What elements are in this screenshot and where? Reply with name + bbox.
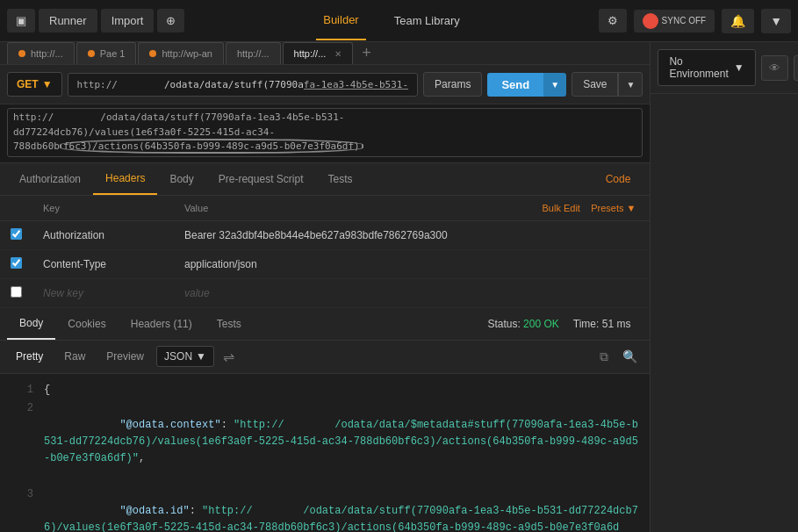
tab-close-button-4[interactable]: ✕ [334, 49, 341, 59]
new-icon: ⊕ [166, 14, 176, 27]
tab-label-3: http://... [237, 48, 270, 59]
save-button-group: Save ▼ [572, 72, 643, 97]
json-format-dropdown[interactable]: JSON ▼ [156, 346, 214, 367]
request-tab-3[interactable]: http://... [226, 42, 281, 64]
url-line1: http:// /odata/data/stuff(77090afa-1ea3-… [13, 111, 345, 123]
sync-indicator [643, 13, 658, 29]
json-text-3: "@odata.id": "http:// /odata/data/stuff(… [44, 486, 643, 532]
body-section: Body Cookies Headers (11) Tests Status: … [0, 308, 650, 533]
status-area: Status: 200 OK Time: 51 ms [475, 309, 643, 339]
req-tab-auth[interactable]: Authorization [7, 164, 93, 194]
tab-label-2: http://wp-an [162, 48, 212, 59]
params-button[interactable]: Params [423, 72, 482, 97]
json-text-1: { [44, 382, 50, 399]
add-tab-button[interactable]: + [355, 44, 378, 62]
req-tab-tests[interactable]: Tests [315, 164, 364, 194]
header-value-1[interactable]: application/json [174, 249, 650, 278]
settings-icon-button[interactable]: ⚙ [599, 9, 627, 32]
tab-team-library[interactable]: Team Library [387, 2, 467, 40]
right-env-panel: No Environment ▼ 👁 ⚙ [651, 42, 798, 532]
notification-button[interactable]: 🔔 [722, 9, 754, 33]
header-key-new[interactable]: New key [32, 278, 174, 307]
header-checkbox-0[interactable] [0, 220, 32, 249]
method-label: GET [17, 78, 39, 90]
settings-icon: ⚙ [607, 14, 618, 27]
env-chevron-icon: ▼ [734, 61, 744, 74]
req-tab-headers[interactable]: Headers [93, 163, 157, 195]
top-nav: ▣ Runner Import ⊕ Builder Team Library ⚙… [0, 0, 798, 42]
new-tab-button[interactable]: ⊕ [157, 9, 184, 32]
save-dropdown-button[interactable]: ▼ [618, 72, 643, 97]
url-line2: dd77224dcb76)/values(1e6f3a0f-5225-415d-… [13, 126, 275, 138]
sync-button[interactable]: SYNC OFF [634, 10, 715, 32]
bulk-edit-button[interactable]: Bulk Edit [542, 203, 579, 213]
format-tab-raw[interactable]: Raw [55, 347, 94, 366]
wrap-icon-button[interactable]: ⇌ [218, 347, 240, 367]
header-checkbox-new[interactable] [0, 278, 32, 307]
body-tab-tests[interactable]: Tests [205, 309, 254, 339]
send-button[interactable]: Send [487, 73, 543, 97]
format-tab-preview[interactable]: Preview [97, 347, 153, 366]
chevron-down-icon: ▼ [770, 14, 782, 28]
tab-builder[interactable]: Builder [316, 1, 365, 40]
toolbar-right: ⧉ 🔍 [594, 346, 643, 368]
body-toolbar: Pretty Raw Preview JSON ▼ ⇌ ⧉ 🔍 [0, 341, 650, 374]
environment-dropdown[interactable]: No Environment ▼ [658, 49, 755, 86]
body-tab-headers[interactable]: Headers (11) [119, 309, 205, 339]
send-dropdown-button[interactable]: ▼ [543, 73, 566, 97]
url-text: http:// /odata/data/stuff(77090afa-1ea3-… [77, 79, 409, 90]
tab-dot-1 [88, 50, 95, 57]
json-label: JSON [164, 350, 192, 363]
sidebar-icon: ▣ [16, 14, 26, 27]
request-tab-1[interactable]: Pae 1 [76, 42, 137, 64]
json-line-2: 2 "@odata.context": "http:// /odata/data… [0, 399, 650, 485]
line-num-1: 1 [7, 382, 33, 399]
body-tabs-bar: Body Cookies Headers (11) Tests Status: … [0, 308, 650, 341]
header-value-0[interactable]: Bearer 32a3dbf4be8b44e4be627a983bdfe7862… [174, 220, 650, 249]
copy-button[interactable]: ⧉ [594, 346, 614, 368]
code-link[interactable]: Code [593, 164, 643, 194]
nav-center: Builder Team Library [188, 1, 594, 40]
status-label: Status: 200 OK [487, 318, 558, 330]
req-tab-prerequest[interactable]: Pre-request Script [206, 164, 316, 194]
presets-button[interactable]: Presets ▼ [591, 203, 636, 213]
header-value-new[interactable]: value [174, 278, 650, 307]
sync-label: SYNC OFF [662, 16, 707, 25]
body-tab-cookies[interactable]: Cookies [55, 309, 118, 339]
header-key-1[interactable]: Content-Type [32, 249, 174, 278]
sidebar-toggle-button[interactable]: ▣ [7, 9, 35, 32]
import-button[interactable]: Import [101, 9, 155, 32]
environment-label: No Environment [669, 55, 728, 80]
method-chevron-icon: ▼ [42, 78, 53, 90]
value-col-header: Value [174, 196, 305, 221]
request-tab-0[interactable]: http://... [7, 42, 75, 64]
header-checkbox-1[interactable] [0, 249, 32, 278]
request-tab-4[interactable]: http://... ✕ [283, 42, 354, 64]
save-button[interactable]: Save [572, 72, 618, 97]
method-dropdown[interactable]: GET ▼ [7, 72, 62, 97]
header-row-0: Authorization Bearer 32a3dbf4be8b44e4be6… [0, 220, 650, 249]
json-line-3: 3 "@odata.id": "http:// /odata/data/stuf… [0, 485, 650, 532]
actions-col-header: Bulk Edit Presets ▼ [305, 196, 650, 221]
main-layout: http://... Pae 1 http://wp-an http://...… [0, 42, 798, 532]
tab-label-1: Pae 1 [100, 48, 126, 59]
runner-button[interactable]: Runner [39, 9, 97, 32]
body-tab-body[interactable]: Body [7, 308, 55, 340]
url-line3: 788db60bf6c3)/actions(64b350fa-b999-489c… [13, 139, 363, 154]
format-tab-pretty[interactable]: Pretty [7, 347, 52, 366]
request-tab-2[interactable]: http://wp-an [138, 42, 223, 64]
line-num-2: 2 [7, 400, 33, 485]
header-row-1: Content-Type application/json [0, 249, 650, 278]
header-key-0[interactable]: Authorization [32, 220, 174, 249]
search-button[interactable]: 🔍 [617, 346, 643, 368]
key-col-header: Key [32, 196, 174, 221]
env-eye-button[interactable]: 👁 [761, 55, 788, 81]
req-tab-body[interactable]: Body [157, 164, 205, 194]
menu-chevron-button[interactable]: ▼ [761, 9, 791, 33]
env-gear-button[interactable]: ⚙ [794, 55, 798, 81]
line-num-3: 3 [7, 486, 33, 532]
url-input[interactable]: http:// /odata/data/stuff(77090afa-1ea3-… [68, 73, 419, 97]
nav-right: ⚙ SYNC OFF 🔔 ▼ [599, 9, 791, 33]
time-label: Time: 51 ms [573, 318, 631, 330]
checkbox-col-header [0, 196, 32, 221]
